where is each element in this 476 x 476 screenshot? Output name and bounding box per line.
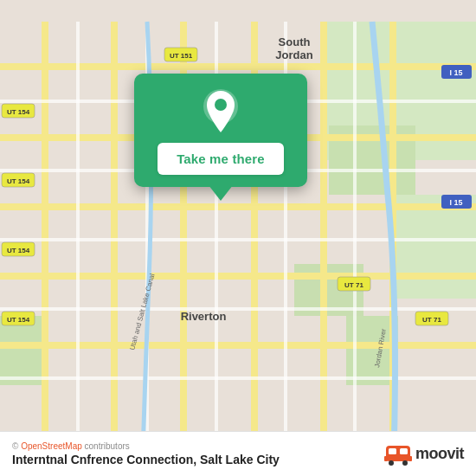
svg-rect-59 <box>384 456 388 461</box>
svg-rect-11 <box>0 342 476 349</box>
svg-text:UT 154: UT 154 <box>7 316 30 324</box>
svg-rect-9 <box>0 203 476 210</box>
svg-text:UT 71: UT 71 <box>344 281 363 289</box>
svg-text:UT 151: UT 151 <box>170 52 193 60</box>
svg-rect-56 <box>400 448 408 454</box>
attribution-symbol: © <box>12 441 18 451</box>
bottom-bar: © OpenStreetMap contributors Interntnal … <box>0 431 476 476</box>
svg-text:UT 154: UT 154 <box>7 247 30 254</box>
svg-rect-6 <box>0 316 43 385</box>
moovit-bus-icon <box>384 441 412 468</box>
svg-text:UT 71: UT 71 <box>422 316 441 324</box>
svg-rect-10 <box>0 273 476 280</box>
svg-rect-23 <box>76 22 80 454</box>
svg-rect-55 <box>389 448 396 454</box>
map-background: I 15 I 15 UT 154 UT 154 UT 154 UT 154 UT… <box>0 0 476 476</box>
location-pin-icon <box>202 89 240 134</box>
svg-rect-27 <box>353 22 357 454</box>
svg-text:UT 154: UT 154 <box>7 177 30 185</box>
svg-text:South: South <box>279 35 311 48</box>
attribution: © OpenStreetMap contributors <box>12 441 280 451</box>
take-me-there-button[interactable]: Take me there <box>158 143 284 175</box>
moovit-text: moovit <box>415 445 464 463</box>
moovit-logo: moovit <box>384 441 464 468</box>
popup-card: Take me there <box>134 74 307 187</box>
svg-text:I 15: I 15 <box>449 198 462 207</box>
svg-point-57 <box>389 460 394 466</box>
svg-rect-21 <box>0 307 476 311</box>
pin-icon-wrapper <box>198 89 243 134</box>
svg-rect-60 <box>408 456 412 461</box>
attribution-contributors: contributors <box>85 441 130 451</box>
svg-rect-20 <box>0 238 476 241</box>
svg-text:I 15: I 15 <box>449 68 462 77</box>
svg-point-53 <box>215 99 227 111</box>
openstreetmap-link[interactable]: OpenStreetMap <box>21 441 82 451</box>
map-container: I 15 I 15 UT 154 UT 154 UT 154 UT 154 UT… <box>0 0 476 476</box>
svg-rect-7 <box>0 63 476 70</box>
bottom-left: © OpenStreetMap contributors Interntnal … <box>12 441 280 466</box>
svg-point-58 <box>402 460 408 466</box>
svg-text:Riverton: Riverton <box>181 310 227 323</box>
svg-text:UT 154: UT 154 <box>7 108 30 116</box>
svg-text:Jordan: Jordan <box>275 48 312 61</box>
svg-rect-22 <box>0 376 476 380</box>
location-name: Interntnal Cnfrence Connection, Salt Lak… <box>12 453 280 466</box>
